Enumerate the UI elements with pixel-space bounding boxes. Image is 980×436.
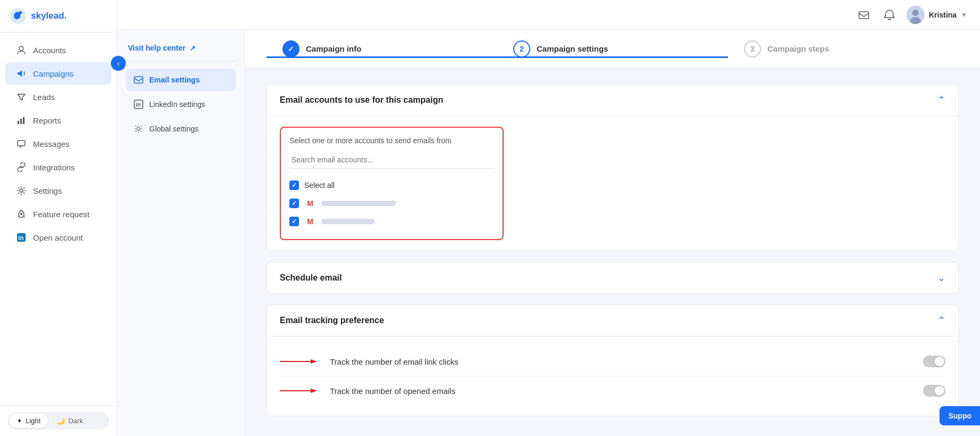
dark-theme-button[interactable]: 🌙 Dark xyxy=(49,414,90,428)
help-link-label: Visit help center xyxy=(128,44,185,52)
step-campaign-settings[interactable]: 2 Campaign settings xyxy=(497,40,728,57)
gear-icon xyxy=(16,185,27,196)
sidebar-item-messages[interactable]: Messages xyxy=(5,133,111,155)
track-opened-emails-toggle[interactable] xyxy=(923,385,945,397)
schedule-email-header[interactable]: Schedule email ⌄ xyxy=(267,262,958,293)
email-accounts-title: Email accounts to use for this campaign xyxy=(280,95,443,105)
email-tracking-body: Track the number of email link clicks xyxy=(267,336,958,416)
messages-label: Messages xyxy=(33,139,69,149)
email-accounts-header[interactable]: Email accounts to use for this campaign … xyxy=(267,85,958,116)
email-accounts-body: Select one or more accounts to send emai… xyxy=(267,116,958,251)
logo: skylead. xyxy=(0,0,117,32)
email-accounts-section: Email accounts to use for this campaign … xyxy=(266,84,959,251)
tracking-chevron: ⌃ xyxy=(937,315,945,326)
svg-rect-6 xyxy=(18,141,25,146)
avatar xyxy=(906,6,925,24)
sub-nav-global-settings[interactable]: Global settings xyxy=(126,118,236,140)
arrow-svg-2 xyxy=(280,386,317,395)
step2-circle: 2 xyxy=(513,40,530,57)
svg-rect-11 xyxy=(859,12,869,19)
svg-point-8 xyxy=(20,213,22,215)
campaigns-label: Campaigns xyxy=(33,69,74,78)
linkedin-icon: in xyxy=(16,232,27,243)
sidebar-item-reports[interactable]: Reports xyxy=(5,109,111,131)
step1-label: Campaign info xyxy=(306,44,361,53)
sidebar-item-open-account[interactable]: in Open account xyxy=(5,226,111,249)
email-search-input[interactable] xyxy=(289,151,494,169)
step-campaign-info[interactable]: ✓ Campaign info xyxy=(266,40,497,57)
reports-label: Reports xyxy=(33,116,61,125)
page-content: Email accounts to use for this campaign … xyxy=(245,68,980,436)
leads-label: Leads xyxy=(33,93,55,102)
account2-checkbox[interactable] xyxy=(289,217,299,226)
track-opened-emails-text: Track the number of opened emails xyxy=(330,386,455,396)
user-menu[interactable]: Kristina ▼ xyxy=(906,6,967,24)
linkedin-settings-label: LinkedIn settings xyxy=(149,100,205,109)
dark-label: Dark xyxy=(68,417,83,425)
svg-rect-15 xyxy=(134,77,143,83)
sidebar-item-campaigns[interactable]: Campaigns xyxy=(5,62,111,85)
help-center-link[interactable]: Visit help center ↗ xyxy=(126,40,236,61)
email-account-row-1[interactable]: M xyxy=(289,194,494,212)
svg-marker-20 xyxy=(311,359,317,364)
email-accounts-box: Select one or more accounts to send emai… xyxy=(280,127,504,240)
step-campaign-steps[interactable]: 3 Campaign steps xyxy=(728,40,959,57)
email-accounts-chevron: ⌃ xyxy=(937,94,945,106)
mail-icon[interactable] xyxy=(855,6,872,23)
svg-point-2 xyxy=(19,46,23,51)
gmail-icon-1: M xyxy=(304,198,316,209)
svg-rect-3 xyxy=(18,121,19,124)
sub-nav-email-settings[interactable]: Email settings xyxy=(126,69,236,91)
email-settings-icon xyxy=(133,75,144,85)
accounts-label: Accounts xyxy=(33,46,66,55)
moon-icon: 🌙 xyxy=(56,417,65,425)
sidebar-collapse-button[interactable]: ‹ xyxy=(111,56,126,71)
sidebar-item-settings[interactable]: Settings xyxy=(5,179,111,202)
sidebar-item-feature-request[interactable]: Feature request xyxy=(5,203,111,225)
chevron-down-icon: ▼ xyxy=(961,11,967,19)
rocket-icon xyxy=(16,209,27,219)
svg-text:in: in xyxy=(18,234,24,242)
email-accounts-description: Select one or more accounts to send emai… xyxy=(289,136,494,145)
sidebar-item-leads[interactable]: Leads xyxy=(5,86,111,108)
step3-circle: 3 xyxy=(744,40,761,57)
select-all-row[interactable]: Select all xyxy=(289,176,494,194)
global-settings-icon xyxy=(133,124,144,134)
track-link-clicks-toggle[interactable] xyxy=(923,356,945,367)
header-icons: Kristina ▼ xyxy=(855,6,967,24)
support-button[interactable]: Suppo xyxy=(939,406,980,425)
account1-bar xyxy=(321,201,396,206)
theme-switcher: ✦ Light 🌙 Dark xyxy=(0,405,117,436)
chat-icon xyxy=(16,138,27,149)
light-label: Light xyxy=(26,417,41,425)
email-tracking-section: Email tracking preference ⌃ xyxy=(266,305,959,416)
svg-rect-4 xyxy=(20,119,22,124)
email-tracking-header[interactable]: Email tracking preference ⌃ xyxy=(267,305,958,336)
external-link-icon: ↗ xyxy=(190,44,196,52)
account1-checkbox[interactable] xyxy=(289,199,299,208)
sub-nav-linkedin-settings[interactable]: in LinkedIn settings xyxy=(126,93,236,116)
sidebar-item-integrations[interactable]: Integrations xyxy=(5,156,111,178)
top-header: Kristina ▼ xyxy=(117,0,980,30)
select-all-checkbox[interactable] xyxy=(289,180,299,190)
step2-label: Campaign settings xyxy=(537,44,608,53)
sidebar-item-accounts[interactable]: Accounts xyxy=(5,39,111,61)
person-icon xyxy=(16,45,27,55)
select-all-label: Select all xyxy=(304,181,335,190)
track-link-clicks-label: Track the number of email link clicks xyxy=(280,357,458,366)
schedule-email-title: Schedule email xyxy=(280,273,342,283)
light-theme-button[interactable]: ✦ Light xyxy=(9,414,48,428)
email-account-row-2[interactable]: M xyxy=(289,212,494,231)
step3-label: Campaign steps xyxy=(767,44,829,53)
chart-icon xyxy=(16,115,27,126)
svg-point-13 xyxy=(912,10,919,16)
track-opened-emails-row: Track the number of opened emails xyxy=(280,376,945,405)
megaphone-icon xyxy=(16,68,27,79)
svg-point-18 xyxy=(137,127,140,130)
content-wrapper: Visit help center ↗ Email settings in Li… xyxy=(117,30,980,436)
user-name: Kristina xyxy=(929,11,957,19)
track-link-clicks-row: Track the number of email link clicks xyxy=(280,347,945,376)
bell-icon[interactable] xyxy=(881,6,898,23)
filter-icon xyxy=(16,92,27,102)
schedule-email-section: Schedule email ⌄ xyxy=(266,262,959,294)
